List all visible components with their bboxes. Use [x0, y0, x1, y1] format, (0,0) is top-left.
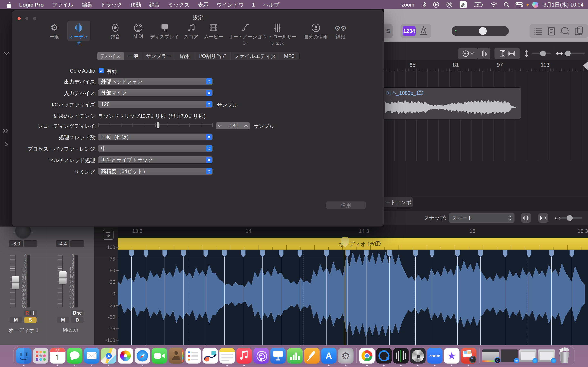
note-pad-icon[interactable] [547, 26, 556, 35]
horizontal-zoom-icon[interactable] [507, 50, 516, 58]
menu-navigate[interactable]: 移動 [130, 1, 141, 8]
editor-waveform-area[interactable] [118, 250, 588, 345]
waveform-zoom-button[interactable] [477, 48, 490, 59]
app-menu[interactable]: Logic Pro [19, 2, 44, 8]
tab-general[interactable]: 一般 [124, 52, 143, 60]
chevrons-right-icon[interactable] [2, 128, 9, 133]
dock-mail[interactable] [84, 348, 99, 364]
pref-tab-my-info[interactable]: 自分の情報 [303, 22, 328, 40]
tab-sampler[interactable]: サンプラー [143, 52, 175, 60]
tab-io-assignments[interactable]: I/O割り当て [195, 52, 231, 60]
dock-messages[interactable] [67, 348, 82, 364]
dock-safari[interactable] [135, 348, 150, 364]
dock-minimized-window-mail[interactable]: ✉ [501, 350, 518, 362]
track-name-strip2[interactable]: Master [47, 327, 94, 333]
solo-mode-button[interactable]: S [384, 24, 393, 38]
audio-region[interactable]: 이스_1080p_1 [384, 87, 521, 119]
record-enable-button[interactable]: R [24, 310, 30, 316]
dock-music[interactable] [236, 348, 252, 364]
menu-edit[interactable]: 編集 [82, 1, 92, 8]
dock-chrome[interactable] [359, 348, 375, 364]
dock-maps[interactable] [101, 348, 116, 364]
mute-button-strip1[interactable]: M [9, 317, 22, 323]
dock-audio-app[interactable] [393, 348, 409, 364]
cycle-loop-icon[interactable] [560, 26, 570, 35]
menu-track[interactable]: トラック [100, 1, 122, 8]
input-source-menu[interactable]: あ [459, 1, 467, 8]
tab-file-editor[interactable]: ファイルエディタ [231, 52, 279, 60]
pref-tab-movie[interactable]: ムービー [199, 22, 228, 40]
pref-tab-audio[interactable]: オーディオ [67, 22, 91, 46]
dock-trash[interactable] [557, 348, 572, 364]
list-icon[interactable] [534, 26, 543, 35]
editor-region-bar[interactable]: オーディオ 1#01 [118, 238, 588, 250]
airplay-rings-icon[interactable] [446, 2, 453, 8]
solo-button-strip1[interactable]: S [24, 317, 36, 323]
volume-value-strip2[interactable]: -4.4 [56, 240, 69, 247]
tab-mp3[interactable]: MP3 [279, 52, 299, 60]
output-device-dropdown[interactable]: 外部ヘッドフォン [98, 78, 213, 85]
dock-reminders[interactable] [186, 348, 201, 364]
io-buffer-dropdown[interactable]: 128 [98, 101, 213, 108]
dock-calendar[interactable]: 3月1 [50, 348, 66, 364]
input-device-dropdown[interactable]: 外部マイク [98, 89, 213, 96]
bluetooth-icon[interactable] [423, 2, 426, 8]
summing-dropdown[interactable]: 高精度（64ビット） [98, 168, 213, 175]
dock-launchpad[interactable] [33, 348, 49, 364]
dock-pages[interactable] [304, 348, 320, 364]
slider-thumb[interactable] [156, 122, 159, 128]
count-in-button[interactable]: 1234 [403, 26, 416, 36]
mute-button-strip2[interactable]: M [57, 317, 69, 323]
dock-finder[interactable] [16, 348, 32, 364]
recording-delay-slider[interactable] [98, 121, 213, 128]
dock-logic-pro[interactable] [410, 348, 426, 364]
volume-value-strip1[interactable]: -6.0 [9, 240, 23, 247]
status-zoom[interactable]: zoom [401, 2, 415, 8]
dock-quicktime[interactable] [376, 348, 392, 364]
core-audio-checkbox[interactable] [99, 68, 104, 73]
pref-tab-advanced[interactable]: ⚙⚙ 詳細 [330, 22, 351, 40]
bounce-button[interactable]: Bnc [71, 310, 84, 316]
dim-button[interactable]: D [71, 317, 84, 323]
pref-tab-display[interactable]: ディスプレイ [148, 22, 181, 40]
record-input-buttons[interactable]: R I [24, 310, 37, 316]
auto-tempo-button[interactable]: ートテンポ [384, 197, 413, 207]
menu-file[interactable]: ファイル [52, 1, 73, 8]
menu-help[interactable]: ヘルプ [263, 1, 279, 8]
recording-delay-stepper[interactable]: -131 [216, 122, 250, 129]
dock-notes[interactable] [219, 348, 235, 364]
volume-slider-knob[interactable] [479, 27, 487, 35]
input-monitor-button[interactable]: I [31, 310, 37, 316]
vertical-zoom-slider-knob[interactable] [540, 50, 546, 56]
pref-tab-control-surfaces[interactable]: コントロールサーフェス [256, 22, 299, 46]
dock-photo-booth[interactable] [461, 348, 476, 364]
pref-tab-general[interactable]: ⚙ 一般 [44, 22, 65, 40]
vertical-zoom-icon[interactable] [499, 50, 507, 58]
dock-facetime[interactable] [152, 348, 167, 364]
dock-minimized-window-quicktime[interactable]: Q [482, 350, 499, 362]
track-name-strip1[interactable]: オーディオ 1 [0, 327, 47, 334]
search-icon[interactable] [504, 2, 509, 8]
metronome-icon[interactable] [418, 26, 429, 36]
editor-horizontal-zoom-button[interactable] [538, 213, 548, 223]
tab-devices[interactable]: デバイス [97, 52, 124, 60]
dock-freeform[interactable] [203, 348, 218, 364]
dock-zoom[interactable]: zoom [427, 348, 443, 364]
dock-minimized-window-safari-2[interactable] [538, 350, 555, 362]
wifi-icon[interactable] [490, 2, 497, 7]
dock-keynote[interactable] [270, 348, 286, 364]
editor-waveform-zoom-button[interactable] [521, 213, 531, 223]
menu-window-count[interactable]: 1 [252, 2, 255, 8]
siri-icon[interactable] [532, 2, 538, 8]
pref-tab-score[interactable]: スコア [181, 22, 201, 40]
stepper-up-icon[interactable] [244, 125, 248, 127]
dock-minimized-window-safari[interactable] [519, 350, 536, 362]
menu-view[interactable]: 表示 [198, 1, 208, 8]
apple-icon[interactable] [6, 1, 12, 8]
menubar-clock[interactable]: 3月1日(水) 10:04 [543, 1, 584, 8]
dock-photos[interactable] [118, 348, 133, 364]
dock-app-store[interactable]: A [321, 348, 337, 364]
menu-window[interactable]: ウインドウ [217, 1, 244, 8]
menu-mix[interactable]: ミックス [168, 1, 190, 8]
pref-tab-recording[interactable]: 録音 [105, 22, 126, 40]
